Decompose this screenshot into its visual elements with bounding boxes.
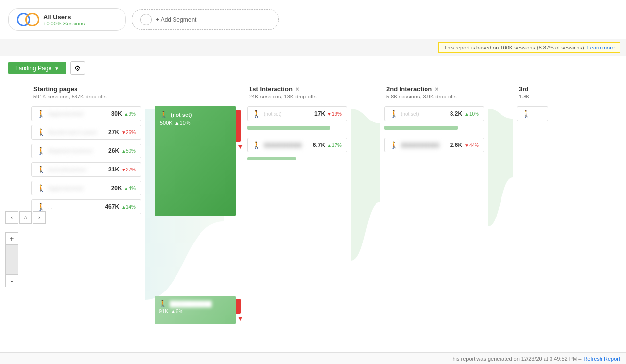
second-close-button[interactable]: × [435,86,438,93]
landing-node-4[interactable]: 🚶 /source/business/ 21K ▼27% [31,162,141,177]
first-change-2: ▲17% [327,143,342,148]
node-count-3: 26K [108,147,119,154]
walk-icon-s2: 🚶 [390,141,398,149]
learn-more-link[interactable]: Learn more [587,45,615,50]
nav-forward-button[interactable]: › [33,211,46,224]
landing-page-dropdown[interactable]: Landing Page ▼ [8,62,66,74]
add-segment-label: + Add Segment [156,16,196,23]
segment-text: All Users +0.00% Sessions [43,13,85,26]
starting-pages-header: Starting pages 591K sessions, 567K drop-… [27,80,145,102]
first-change-1: ▼19% [327,111,342,117]
nav-home-button[interactable]: ⌂ [19,211,32,224]
walk-icon-3: 🚶 [37,147,45,155]
node-label-4: /source/business/ [48,167,105,172]
third-node-1[interactable]: 🚶 [517,106,548,121]
big-bar-2-header: 🚶 ███████████ [159,300,212,307]
node-change-1: ▲9% [124,111,136,117]
big-bar-1-change: ▲10% [175,120,191,126]
first-interaction-nodes: 🚶 (not set) 17K ▼19% 🚶 ███████████ 6.7K [243,102,351,164]
page-bar-1 [247,157,296,160]
landing-node-5[interactable]: 🚶 /tag/productivity/ 20K ▲4% [31,181,141,195]
big-bar-1-count: 500K [160,120,173,126]
starting-pages-subtitle: 591K sessions, 567K drop-offs [33,94,139,99]
gear-icon: ⚙ [75,64,81,72]
node-count-1: 30K [111,110,122,117]
zoom-controls: + - [5,232,18,287]
landing-node-2[interactable]: 🚶 /favorite-tools-5-years/ 27K ▼26% [31,125,141,140]
segment-all-users[interactable]: All Users +0.00% Sessions [8,8,126,31]
zoom-slider[interactable] [5,245,18,274]
landing-node-ellipsis[interactable]: 🚶 ... 467K ▲14% [31,199,141,214]
landing-node-1[interactable]: 🚶 /tag/productivity/ 30K ▲9% [31,106,141,121]
flow-svg-2 [351,104,380,349]
second-interaction-subtitle: 5.8K sessions, 3.9K drop-offs [386,94,482,99]
big-bar-2[interactable]: 🚶 ███████████ 91K ▲6% ▼ [155,296,236,324]
flow-viz-2 [351,80,380,352]
first-interaction-title: 1st Interaction × [249,85,345,93]
node-count-4: 21K [108,166,119,173]
node-change-4: ▼27% [121,167,136,172]
second-node-2[interactable]: 🚶 ███████████ 2.6K ▼44% [384,138,484,152]
first-node-2[interactable]: 🚶 ███████████ 6.7K ▲17% [247,138,347,152]
node-change-ellipsis: ▲14% [121,204,136,210]
walk-icon-f2: 🚶 [252,141,261,149]
chevron-down-icon: ▼ [54,66,59,71]
flow-area: ‹ ⌂ › + - Starting pages 591K sessions, … [0,80,626,352]
node-metrics-3: 26K ▲50% [108,147,136,154]
not-set-bar-1 [247,126,330,130]
node-count-ellipsis: 467K [105,203,119,210]
second-interaction-nodes: 🚶 (not set) 3.2K ▲10% 🚶 ███████████ 2.6K [380,102,488,156]
big-bar-1-header: 🚶 (not set) [160,111,192,118]
walk-icon: 🚶 [37,110,45,118]
first-count-1: 17K [314,110,325,117]
big-bar-2-change: ▲6% [171,308,184,314]
node-count-2: 27K [108,129,119,136]
walk-icon-f1: 🚶 [252,110,261,118]
segment-icon [17,13,39,26]
refresh-report-link[interactable]: Refresh Report [583,356,620,362]
nav-back-button[interactable]: ‹ [5,211,18,224]
big-bar-2-stats: 91K ▲6% [159,308,183,314]
status-bar: This report was generated on 12/23/20 at… [0,352,626,364]
drop-arrow-1: ▼ [237,143,244,150]
second-interaction-header: 2nd Interaction × 5.8K sessions, 3.9K dr… [380,80,488,102]
node-change-2: ▼26% [121,130,136,135]
walk-icon-t1: 🚶 [522,110,530,118]
node-count-5: 20K [111,185,122,192]
second-node-metrics-1: 3.2K ▲10% [450,110,479,117]
second-node-label-1: (not set) [401,111,447,117]
first-interaction-subtitle: 24K sessions, 18K drop-offs [249,94,345,99]
circle-orange [25,13,39,26]
walk-icon-s1: 🚶 [390,110,398,118]
first-node-1[interactable]: 🚶 (not set) 17K ▼19% [247,106,347,121]
node-metrics-4: 21K ▼27% [108,166,136,173]
first-interaction-header: 1st Interaction × 24K sessions, 18K drop… [243,80,351,102]
big-bar-2-label: ███████████ [170,301,212,307]
node-change-5: ▲4% [124,186,136,191]
segment-stat: +0.00% Sessions [43,21,85,26]
walk-icon-bar1: 🚶 [160,111,168,118]
walk-icon-ellipsis: 🚶 [37,203,45,211]
flow-svg-3 [488,104,513,349]
add-segment-button[interactable]: + Add Segment [132,9,279,30]
landing-node-3[interactable]: 🚶 /blog/work-business/ 26K ▲50% [31,144,141,158]
third-interaction-title: 3rd [519,85,546,93]
first-node-label-2: ███████████ [264,143,310,148]
node-metrics-5: 20K ▲4% [111,185,136,192]
big-bar-1-stats: 500K ▲10% [160,120,191,126]
node-label-ellipsis: ... [48,204,102,210]
zoom-in-button[interactable]: + [5,232,18,245]
landing-nodes: 🚶 /tag/productivity/ 30K ▲9% 🚶 /favorite… [27,102,145,218]
node-metrics-2: 27K ▼26% [108,129,136,136]
node-label-5: /tag/productivity/ [48,186,108,191]
third-interaction-header: 3rd 1.8K [513,80,552,102]
third-interaction-subtitle: 1.8K [519,94,546,99]
first-close-button[interactable]: × [296,86,299,93]
second-change-1: ▲10% [464,111,479,117]
settings-button[interactable]: ⚙ [70,61,85,75]
zoom-out-button[interactable]: - [5,274,18,287]
second-node-1[interactable]: 🚶 (not set) 3.2K ▲10% [384,106,484,121]
big-bar-1[interactable]: 🚶 (not set) 500K ▲10% ▼ [155,106,236,216]
first-node-label-1: (not set) [264,111,311,117]
node-metrics-1: 30K ▲9% [111,110,136,117]
